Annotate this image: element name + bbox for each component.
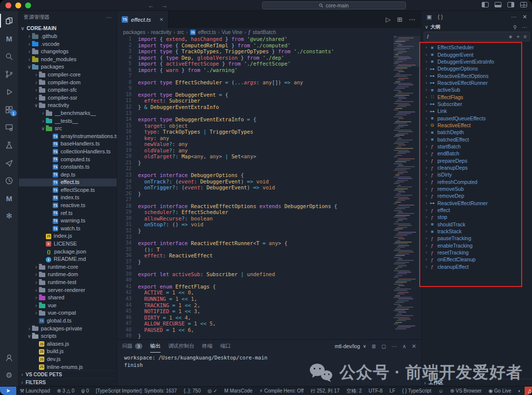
outline-item-refreshComputed[interactable]: ›ƒrefreshComputed: [422, 179, 532, 185]
outline-item-effect[interactable]: ›ƒeffect: [422, 207, 532, 214]
code-editor[interactable]: 1import { extend, hasChanged } from '@vu…: [117, 36, 421, 339]
navigate-forward-icon[interactable]: →: [161, 2, 167, 9]
outline-item-shouldTrack[interactable]: ›≡shouldTrack: [422, 221, 532, 228]
breadcrumb-item[interactable]: packages: [123, 29, 145, 35]
outline-item-enableTracking[interactable]: ›ƒenableTracking: [422, 242, 532, 249]
tree-item-baseHandlers.ts[interactable]: TSbaseHandlers.ts: [19, 140, 117, 148]
outline-item-DebuggerOptions[interactable]: ›⊶DebuggerOptions: [422, 65, 532, 72]
run-file-icon[interactable]: ▷: [386, 16, 391, 23]
more-actions-icon[interactable]: ⋯: [392, 343, 397, 350]
status-pets[interactable]: ◐: [515, 387, 525, 395]
tree-item-index.ts[interactable]: TSindex.ts: [19, 194, 117, 202]
status-vs-browser[interactable]: ⊕ VS Browser: [447, 387, 485, 395]
outline-item-stop[interactable]: ›ƒstop: [422, 214, 532, 220]
extensions-icon[interactable]: 1: [0, 101, 19, 118]
panel-tab-output[interactable]: 输出: [150, 340, 161, 353]
search-icon[interactable]: [0, 47, 19, 65]
close-window-button[interactable]: [5, 2, 11, 8]
close-tab-icon[interactable]: ✕: [160, 17, 164, 22]
navigate-back-icon[interactable]: ←: [148, 2, 154, 9]
more-actions-icon[interactable]: ⋯: [511, 14, 517, 20]
sidebar-section-filters[interactable]: ›FILTERS: [19, 378, 117, 386]
codegeex-icon[interactable]: [0, 154, 19, 172]
status-encoding[interactable]: UTF-8: [365, 387, 386, 395]
toggle-sidebar-icon[interactable]: [482, 2, 489, 7]
outline-item-resetTracking[interactable]: ›ƒresetTracking: [422, 249, 532, 256]
maximize-panel-icon[interactable]: ∧: [402, 343, 406, 350]
outline-item-ReactiveEffectOptions[interactable]: ›⊶ReactiveEffectOptions: [422, 72, 532, 79]
tree-item-runtime-core[interactable]: ›runtime-core: [19, 263, 117, 271]
status-language-mode[interactable]: { } TypeScript: [399, 387, 434, 395]
clear-output-icon[interactable]: ≣: [371, 343, 376, 350]
tree-item-src[interactable]: ∨src: [19, 125, 117, 133]
split-editor-icon[interactable]: ⊞: [397, 16, 402, 23]
outline-item-endBatch[interactable]: ›ƒendBatch: [422, 150, 532, 157]
tree-item-runtime-test[interactable]: ›runtime-test: [19, 279, 117, 287]
status-cursor-position[interactable]: 行 252, 列 17: [307, 387, 343, 395]
more-actions-icon[interactable]: ⋯: [409, 16, 415, 23]
tree-root-core-main[interactable]: ∨ CORE-MAIN: [19, 24, 117, 33]
search-icon[interactable]: ⚲: [513, 24, 517, 30]
openai-icon[interactable]: ✻: [0, 207, 19, 225]
outline-item-pausedQueueEffects[interactable]: ›≡pausedQueueEffects: [422, 114, 532, 121]
outline-item-onEffectCleanup[interactable]: ›ƒonEffectCleanup: [422, 256, 532, 263]
breadcrumb-item[interactable]: startBatch: [253, 29, 276, 35]
close-panel-icon[interactable]: ✕: [412, 343, 416, 350]
customize-layout-icon[interactable]: [520, 2, 527, 7]
tree-item-ref.ts[interactable]: TSref.ts: [19, 210, 117, 217]
settings-icon[interactable]: ⚙: [0, 366, 19, 384]
status-indentation[interactable]: 空格: 2: [343, 387, 365, 395]
source-control-icon[interactable]: [0, 65, 19, 83]
outline-filter-input[interactable]: / ∗+≡: [424, 32, 530, 41]
command-center-search[interactable]: ⚲ core-main: [262, 1, 406, 9]
tree-item-index.js[interactable]: JSindex.js: [19, 232, 117, 240]
tab-effect-ts[interactable]: TS effect.ts ✕: [117, 11, 168, 28]
minimize-window-button[interactable]: [15, 2, 21, 8]
tree-item-changelogs[interactable]: ›changelogs: [19, 48, 117, 56]
outline-item-DebuggerEventExtraInfo[interactable]: ›≡DebuggerEventExtraInfo: [422, 58, 532, 65]
tree-item-vue-compat[interactable]: ›vue-compat: [19, 309, 117, 317]
tree-item-effectScope.ts[interactable]: TSeffectScope.ts: [19, 186, 117, 194]
tree-item-reactive.ts[interactable]: TSreactive.ts: [19, 202, 117, 210]
breadcrumb-item[interactable]: reactivity: [151, 29, 171, 35]
status-ts-importer[interactable]: [TypeScript Importer]: Symbols: 1637: [92, 387, 180, 395]
tree-item-__tests__[interactable]: ›__tests__: [19, 117, 117, 125]
tree-item-README.md[interactable]: iREADME.md: [19, 255, 117, 263]
panel-tab-item[interactable]: 调试控制台: [168, 340, 195, 353]
tree-item-warning.ts[interactable]: TSwarning.ts: [19, 217, 117, 225]
outline-item-pauseTracking[interactable]: ›ƒpauseTracking: [422, 235, 532, 242]
outline-item-cleanupDeps[interactable]: ›ƒcleanupDeps: [422, 164, 532, 171]
tree-item-dep.ts[interactable]: TSdep.ts: [19, 171, 117, 179]
tree-item-reactivity[interactable]: ∨reactivity: [19, 102, 117, 109]
status-eol[interactable]: LF: [386, 387, 399, 395]
outline-item-trackStack[interactable]: ›≡trackStack: [422, 228, 532, 235]
status-marscode[interactable]: M MarsCode: [221, 387, 256, 395]
wakatime-icon[interactable]: [0, 172, 19, 189]
account-icon[interactable]: [0, 349, 19, 366]
tree-item-shared[interactable]: ›shared: [19, 294, 117, 302]
outline-item-Link[interactable]: ›⊶Link: [422, 108, 532, 114]
tree-item-dev.js[interactable]: JSdev.js: [19, 356, 117, 363]
status-target-check[interactable]: ◎ ✓: [204, 387, 221, 395]
status-antenna-indicator[interactable]: ψ 0: [78, 387, 92, 395]
status-compile-hero[interactable]: ⚡ Compile Hero: Off: [256, 387, 307, 395]
status-launchpad[interactable]: ⚒ Launchpad: [16, 387, 53, 395]
outline-item-ReactiveEffect[interactable]: ›⊙ReactiveEffect: [422, 122, 532, 129]
expand-all-icon[interactable]: ∗: [508, 34, 513, 39]
outline-item-EffectFlags[interactable]: ›∷EffectFlags: [422, 93, 532, 100]
panel-tab-item[interactable]: 终端: [202, 340, 212, 353]
outline-item-activeSub[interactable]: ›≡activeSub: [422, 86, 532, 93]
tree-item-compiler-sfc[interactable]: ›compiler-sfc: [19, 86, 117, 94]
status-problems-indicator[interactable]: ⊗ 3 △ 0: [53, 387, 78, 395]
tree-item-effect.ts[interactable]: TSeffect.ts: [19, 179, 117, 186]
testing-icon[interactable]: [0, 136, 19, 154]
tree-item-build.js[interactable]: JSbuild.js: [19, 348, 117, 356]
status-feedback[interactable]: ☺: [435, 387, 447, 395]
outline-item-batchDepth[interactable]: ›≡batchDepth: [422, 129, 532, 136]
tree-item-scripts[interactable]: ∨scripts: [19, 332, 117, 340]
status-go-live[interactable]: ◉ Go Live: [485, 387, 515, 395]
outline-item-isDirty[interactable]: ›ƒisDirty: [422, 171, 532, 178]
outline-item-Subscriber[interactable]: ›⊶Subscriber: [422, 101, 532, 108]
tree-item-package.json[interactable]: {}package.json: [19, 248, 117, 256]
tree-item-arrayInstrumentations.ts[interactable]: TSarrayInstrumentations.ts: [19, 133, 117, 141]
